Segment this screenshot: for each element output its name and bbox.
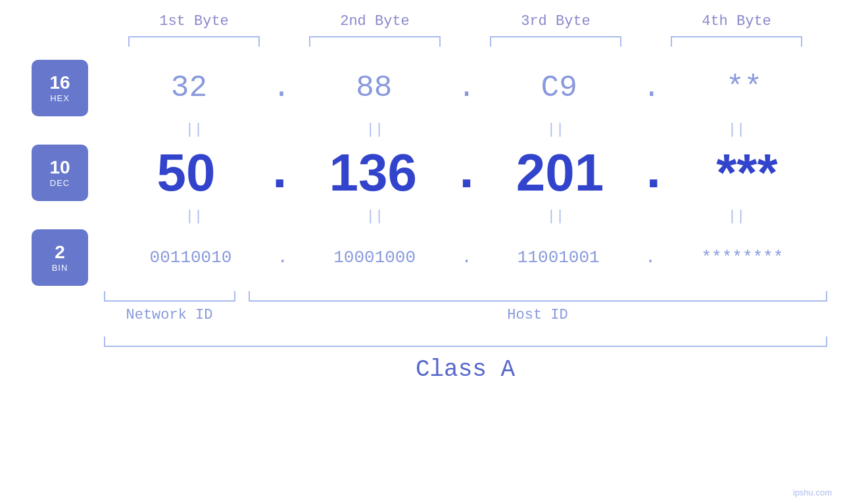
bracket-3 (490, 36, 621, 47)
eq1-b1: || (115, 122, 273, 138)
dec-label: DEC (50, 178, 70, 188)
watermark: ipshu.com (793, 488, 832, 497)
eq2-b2: || (296, 208, 454, 225)
dot-bin-1: . (278, 248, 288, 267)
byte2-header: 2nd Byte (296, 13, 454, 30)
hex-b1: 32 (116, 71, 261, 105)
eq1-b3: || (477, 122, 635, 138)
dec-values: 50 . 136 . 201 . *** (88, 143, 845, 203)
dec-b2: 136 (301, 143, 445, 203)
outer-bracket (104, 336, 827, 347)
dec-badge: 10 DEC (32, 145, 88, 201)
hex-b4: ** (672, 71, 817, 105)
bin-b2: 10001000 (302, 248, 447, 267)
top-bracket-row (104, 36, 827, 47)
class-label: Class A (104, 356, 827, 383)
dec-num: 10 (49, 158, 70, 178)
eq-row-2: || || || || (104, 203, 827, 229)
bin-b4: ******** (670, 248, 815, 267)
byte4-header: 4th Byte (658, 13, 815, 30)
main-container: 1st Byte 2nd Byte 3rd Byte 4th Byte 16 H… (0, 0, 845, 504)
bin-b3: 11001001 (486, 248, 631, 267)
network-id-label: Network ID (104, 307, 235, 323)
bin-badge: 2 BIN (32, 229, 88, 286)
bin-label: BIN (52, 263, 68, 273)
eq2-b3: || (477, 208, 635, 225)
bin-num: 2 (55, 242, 65, 263)
eq-row-1: || || || || (104, 116, 827, 143)
eq2-b1: || (115, 208, 273, 225)
dot-dec-1: . (264, 143, 295, 203)
byte-headers: 1st Byte 2nd Byte 3rd Byte 4th Byte (104, 13, 827, 30)
dot-dec-3: . (638, 143, 669, 203)
dot-bin-2: . (462, 248, 472, 267)
hex-values: 32 . 88 . C9 . ** (88, 71, 845, 105)
dot-dec-2: . (450, 143, 482, 203)
dec-b3: 201 (488, 143, 633, 203)
bin-row: 2 BIN 00110010 . 10001000 . 11001001 . *… (0, 229, 845, 286)
bracket-4 (671, 36, 802, 47)
bottom-labels: Network ID Host ID (104, 307, 827, 323)
dot-hex-2: . (458, 71, 476, 105)
eq2-b4: || (658, 208, 815, 225)
hex-b2: 88 (302, 71, 447, 105)
bracket-1 (128, 36, 260, 47)
eq1-b2: || (296, 122, 454, 138)
bracket-2 (309, 36, 441, 47)
dot-bin-3: . (645, 248, 656, 267)
hex-row: 16 HEX 32 . 88 . C9 . ** (0, 60, 845, 116)
host-bracket (249, 291, 827, 302)
hex-b3: C9 (487, 71, 631, 105)
byte3-header: 3rd Byte (477, 13, 635, 30)
dot-hex-3: . (642, 71, 661, 105)
hex-badge: 16 HEX (32, 60, 88, 116)
host-id-label: Host ID (249, 307, 827, 323)
bottom-brackets (104, 291, 827, 302)
bin-b1: 00110010 (118, 248, 263, 267)
dec-b1: 50 (114, 143, 258, 203)
dot-hex-1: . (272, 71, 291, 105)
eq1-b4: || (658, 122, 815, 138)
dec-b4: *** (675, 143, 819, 203)
bin-values: 00110010 . 10001000 . 11001001 . *******… (88, 248, 845, 267)
hex-label: HEX (50, 93, 70, 103)
dec-row: 10 DEC 50 . 136 . 201 . *** (0, 143, 845, 203)
byte1-header: 1st Byte (115, 13, 273, 30)
network-bracket (104, 291, 235, 302)
bottom-section: Network ID Host ID (104, 291, 827, 323)
hex-num: 16 (49, 73, 70, 93)
